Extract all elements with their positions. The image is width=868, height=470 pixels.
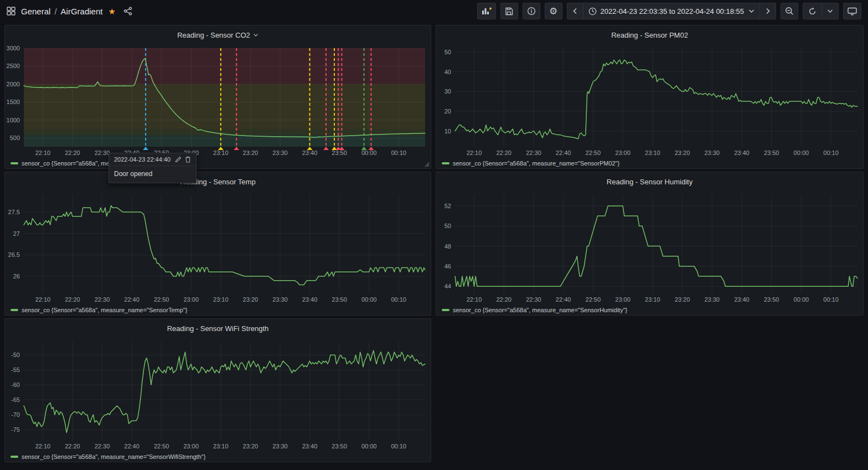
chart-plot-humidity[interactable]: 444648505222:1022:2022:3022:4022:5023:00… (436, 192, 863, 304)
apps-grid-icon[interactable] (7, 7, 16, 16)
zoom-out-time-button[interactable] (781, 3, 798, 19)
svg-text:23:50: 23:50 (764, 149, 779, 156)
svg-text:26: 26 (13, 273, 20, 280)
legend-label: sensor_co {Sensor="a568a", measure_name=… (22, 453, 205, 460)
svg-text:23:40: 23:40 (302, 149, 318, 156)
svg-text:-50: -50 (11, 352, 20, 358)
svg-text:23:10: 23:10 (213, 296, 229, 303)
time-range-button[interactable]: 2022-04-23 22:03:35 to 2022-04-24 00:18:… (583, 3, 760, 19)
add-panel-button[interactable] (477, 3, 496, 19)
panel-menu-icon[interactable] (253, 33, 259, 37)
edit-annotation-icon[interactable] (175, 156, 182, 163)
svg-text:2500: 2500 (7, 63, 20, 69)
refresh-button[interactable] (803, 3, 822, 19)
favorite-star-icon[interactable]: ★ (108, 7, 115, 16)
svg-text:22:10: 22:10 (467, 149, 482, 156)
refresh-picker-group (803, 3, 839, 19)
legend-label: sensor_co {Sensor="a568a", measure_name=… (453, 307, 627, 313)
time-back-icon (572, 8, 578, 14)
zoom-out-icon (785, 7, 794, 16)
panel-title[interactable]: Reading - Sensor Temp (5, 172, 431, 192)
panel-sensor-co2: Reading - Sensor CO2 5001000150020002500… (4, 25, 431, 169)
svg-text:52: 52 (445, 203, 451, 209)
svg-text:23:30: 23:30 (272, 149, 288, 156)
svg-text:23:40: 23:40 (302, 296, 318, 303)
settings-icon: ⚙ (549, 7, 557, 16)
svg-text:00:00: 00:00 (794, 296, 809, 303)
panel-title-text: Reading - Sensor Humidity (607, 178, 693, 186)
panel-resize-handle[interactable] (424, 162, 430, 167)
svg-text:26.5: 26.5 (8, 251, 20, 258)
svg-text:23:00: 23:00 (183, 443, 199, 450)
svg-text:22:20: 22:20 (496, 296, 512, 303)
svg-text:1000: 1000 (7, 117, 20, 123)
svg-text:50: 50 (445, 223, 451, 229)
time-picker-group: 2022-04-23 22:03:35 to 2022-04-24 00:18:… (567, 3, 777, 19)
delete-annotation-icon[interactable] (185, 156, 191, 163)
svg-text:23:40: 23:40 (734, 149, 750, 156)
svg-text:23:40: 23:40 (302, 443, 318, 450)
breadcrumb: General / AirGradient (21, 7, 102, 16)
svg-text:50: 50 (445, 49, 451, 55)
svg-text:40: 40 (445, 69, 451, 75)
svg-text:46: 46 (445, 263, 451, 270)
annotation-timestamp: 2022-04-23 22:44:40 (114, 156, 170, 163)
time-range-forward-button[interactable] (760, 3, 776, 19)
chart-plot-temp[interactable]: 2626.52727.522:1022:2022:3022:4022:5023:… (5, 192, 431, 304)
svg-text:00:10: 00:10 (391, 296, 406, 303)
svg-text:00:00: 00:00 (794, 149, 809, 156)
svg-text:22:50: 22:50 (586, 149, 601, 156)
svg-text:-55: -55 (11, 366, 20, 373)
legend[interactable]: sensor_co {Sensor="a568a", measure_name=… (436, 158, 863, 169)
svg-text:-60: -60 (11, 381, 20, 388)
svg-text:22:20: 22:20 (496, 149, 512, 156)
panel-sensor-pm02: Reading - Sensor PM02 102030405022:1022:… (436, 25, 864, 169)
chart-plot-pm02[interactable]: 102030405022:1022:2022:3022:4022:5023:00… (436, 45, 863, 158)
svg-text:20: 20 (445, 108, 451, 115)
svg-text:00:10: 00:10 (823, 296, 839, 303)
svg-text:22:30: 22:30 (526, 149, 541, 156)
share-icon[interactable] (123, 7, 132, 16)
time-caret-icon (748, 9, 755, 13)
time-range-back-button[interactable] (567, 3, 583, 19)
svg-text:2000: 2000 (7, 81, 20, 87)
annotation-text: Door opened (109, 166, 196, 183)
refresh-interval-button[interactable] (822, 3, 838, 19)
svg-text:44: 44 (445, 283, 451, 290)
svg-text:22:40: 22:40 (124, 296, 140, 303)
svg-text:22:50: 22:50 (154, 296, 169, 303)
svg-text:22:20: 22:20 (65, 443, 80, 450)
legend-label: sensor_co {Sensor="a568a", measure_name=… (22, 307, 187, 313)
svg-text:22:10: 22:10 (467, 296, 482, 303)
legend[interactable]: sensor_co {Sensor="a568a", measure_name=… (5, 451, 431, 462)
legend-label: sensor_co {Sensor="a568a", measure_name=… (453, 160, 619, 167)
svg-text:22:30: 22:30 (95, 149, 110, 156)
panel-title[interactable]: Reading - Sensor Humidity (436, 172, 863, 192)
legend[interactable]: sensor_co {Sensor="a568a", measure_name=… (436, 304, 863, 316)
chart-plot-wifi[interactable]: -75-70-65-60-55-5022:1022:2022:3022:4022… (5, 338, 431, 451)
svg-text:22:20: 22:20 (65, 296, 80, 303)
dashboard-settings-button[interactable]: ⚙ (545, 3, 562, 19)
insights-icon (527, 7, 536, 16)
kiosk-mode-button[interactable] (843, 3, 861, 19)
clock-icon (588, 7, 597, 16)
svg-text:00:10: 00:10 (823, 149, 839, 156)
svg-text:22:30: 22:30 (95, 296, 110, 303)
panel-title[interactable]: Reading - Sensor PM02 (436, 25, 863, 45)
svg-text:00:00: 00:00 (361, 296, 377, 303)
svg-text:23:00: 23:00 (183, 296, 199, 303)
breadcrumb-dashboard-title[interactable]: AirGradient (61, 7, 103, 16)
svg-text:22:40: 22:40 (556, 149, 571, 156)
panel-title[interactable]: Reading - Sensor CO2 (5, 25, 431, 45)
breadcrumb-folder[interactable]: General (21, 7, 50, 16)
panel-title[interactable]: Reading - Sensor WiFi Strength (5, 319, 431, 338)
svg-text:500: 500 (10, 135, 20, 141)
legend[interactable]: sensor_co {Sensor="a568a", measure_name=… (5, 158, 431, 169)
panel-title-text: Reading - Sensor CO2 (177, 31, 250, 39)
legend[interactable]: sensor_co {Sensor="a568a", measure_name=… (5, 304, 431, 316)
dashboard-insights-button[interactable] (523, 3, 540, 19)
annotation-tooltip: 2022-04-23 22:44:40 Door opened (108, 153, 197, 183)
panel-title-text: Reading - Sensor WiFi Strength (167, 324, 269, 333)
chart-plot-co2[interactable]: 5001000150020002500300022:1022:2022:3022… (5, 45, 431, 158)
save-dashboard-button[interactable] (500, 3, 518, 19)
